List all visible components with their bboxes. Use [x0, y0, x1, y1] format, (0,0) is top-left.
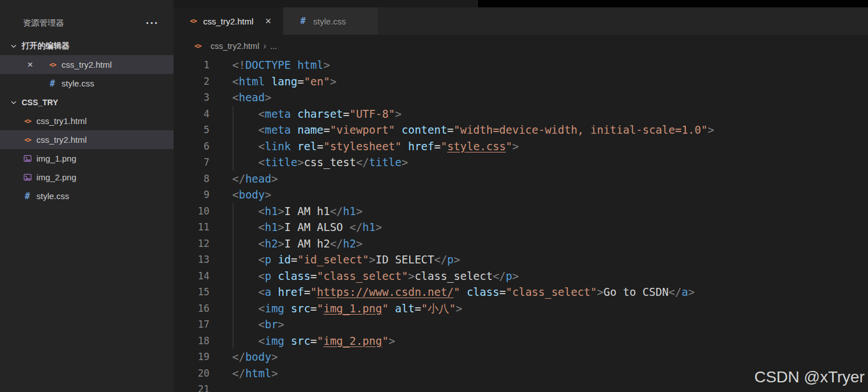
sidebar-header: 资源管理器 ··· [0, 0, 174, 36]
code-line-text[interactable]: <html lang="en"> [209, 73, 336, 90]
code-line-text[interactable]: <br> [209, 316, 285, 333]
code-line-text[interactable]: <link rel="stylesheet" href="style.css"> [209, 138, 519, 155]
html-file-icon: <> [192, 42, 203, 50]
code-token: > [297, 156, 303, 168]
code-line: 12 <h2>I AM h2</h2> [174, 236, 868, 252]
code-line-text[interactable]: <a href="https://www.csdn.net/" class="c… [209, 284, 694, 300]
open-editor-item[interactable]: #style.css [0, 74, 174, 93]
file-item[interactable]: img_1.png [0, 149, 174, 168]
indent-guide [233, 268, 233, 284]
code-token: = [343, 108, 349, 120]
code-line-text[interactable]: <head> [209, 89, 271, 106]
code-area[interactable]: 1<!DOCTYPE html>2<html lang="en">3<head>… [174, 57, 868, 392]
more-actions-icon[interactable]: ··· [146, 20, 159, 26]
code-line-text[interactable]: <h1>I AM ALSO </h1> [209, 219, 382, 236]
tab-bar: <>css_try2.html×#style.css [174, 7, 868, 35]
file-name: img_1.png [36, 154, 76, 163]
code-token: </ [232, 172, 245, 185]
code-line-text[interactable]: <img src="img_2.png"> [209, 333, 395, 349]
code-line-text[interactable]: <p id="id_select">ID SELECT</p> [209, 251, 460, 268]
code-token: < [258, 140, 265, 152]
code-token: "en" [304, 75, 330, 88]
code-token: </ [232, 367, 245, 379]
folder-header[interactable]: CSS_TRY [0, 93, 174, 112]
breadcrumb-more[interactable]: ... [270, 42, 277, 51]
line-number: 17 [174, 316, 209, 333]
code-token: name [297, 123, 323, 136]
section-label: CSS_TRY [22, 98, 58, 107]
code-line-text[interactable]: <title>css_test</title> [209, 154, 408, 171]
code-token: " [310, 286, 316, 298]
code-line-text[interactable]: <!DOCTYPE html> [209, 57, 330, 73]
vscode-window: 资源管理器 ··· 打开的编辑器 ×<>css_try2.html#style.… [0, 0, 868, 392]
code-token: "stylesheet" [323, 140, 401, 152]
code-token: </ [493, 270, 506, 282]
code-token: > [395, 108, 401, 120]
code-token: " [382, 302, 388, 315]
code-token: > [271, 172, 278, 185]
file-item[interactable]: <>css_try1.html [0, 112, 174, 130]
code-line-text[interactable]: <body> [209, 187, 271, 203]
code-line-text[interactable]: <meta charset="UTF-8"> [209, 106, 402, 122]
code-token: < [258, 156, 265, 168]
code-line: 16 <img src="img_1.png" alt="小八"> [174, 300, 868, 317]
code-line: 8</head> [174, 171, 868, 187]
code-token: a [681, 286, 688, 298]
code-line-text[interactable]: </body> [209, 349, 278, 365]
code-token: > [512, 270, 519, 282]
code-token: DOCTYPE [245, 59, 291, 71]
code-token: class [467, 286, 499, 298]
code-token: > [707, 123, 714, 136]
code-token: "viewport" [330, 123, 395, 136]
open-editor-item[interactable]: ×<>css_try2.html [0, 55, 174, 74]
file-item[interactable]: img_2.png [0, 168, 174, 187]
code-token [232, 140, 258, 152]
code-token: = [447, 123, 454, 136]
breadcrumb-file[interactable]: css_try2.html [211, 42, 259, 51]
line-number: 9 [174, 187, 209, 203]
tab-close-icon[interactable]: × [262, 15, 274, 27]
code-line: 15 <a href="https://www.csdn.net/" class… [174, 284, 868, 300]
code-line-text[interactable]: </html> [209, 365, 278, 382]
css-file-icon: # [47, 79, 58, 89]
code-line-text[interactable]: <h1>I AM h1</h1> [209, 203, 363, 220]
file-item[interactable]: #style.css [0, 187, 174, 205]
code-token: > [265, 188, 271, 201]
tab-css_try2.html[interactable]: <>css_try2.html× [174, 7, 283, 35]
code-token: </ [434, 253, 447, 266]
file-item[interactable]: <>css_try2.html [0, 130, 174, 149]
close-icon[interactable]: × [27, 59, 47, 71]
open-editors-header[interactable]: 打开的编辑器 [0, 36, 174, 55]
code-line-text[interactable] [209, 381, 232, 392]
code-token: > [278, 237, 284, 250]
code-token: </ [349, 221, 363, 233]
titlebar-strip [174, 0, 868, 7]
code-token: = [304, 286, 310, 298]
line-number: 18 [174, 333, 209, 349]
code-line-text[interactable]: <h2>I AM h2</h2> [209, 236, 363, 252]
code-token: "class_select" [506, 286, 597, 298]
code-token: " [317, 335, 323, 347]
code-line-text[interactable]: <img src="img_1.png" alt="小八"> [209, 300, 462, 317]
code-line-text[interactable]: <p class="class_select">class_select</p> [209, 268, 519, 284]
code-token: > [454, 253, 460, 266]
code-token: ID SELECT [376, 253, 434, 266]
code-token [271, 286, 278, 298]
code-line: 9<body> [174, 187, 868, 203]
code-line: 3<head> [174, 89, 868, 106]
code-token: href [278, 286, 304, 298]
code-token: " [441, 140, 447, 152]
tab-style.css[interactable]: #style.css [283, 7, 379, 35]
code-line-text[interactable]: <meta name="viewport" content="width=dev… [209, 122, 714, 138]
code-token [402, 140, 408, 152]
code-token: rel [297, 140, 316, 152]
code-line: 17 <br> [174, 316, 868, 333]
code-token: "width=device-width, initial-scale=1.0" [454, 123, 707, 136]
code-token [232, 108, 258, 120]
code-line-text[interactable]: </head> [209, 171, 278, 187]
code-token: charset [297, 108, 343, 120]
code-token: < [258, 221, 265, 233]
line-number: 11 [174, 219, 209, 236]
line-number: 19 [174, 349, 209, 365]
code-token [291, 108, 297, 120]
